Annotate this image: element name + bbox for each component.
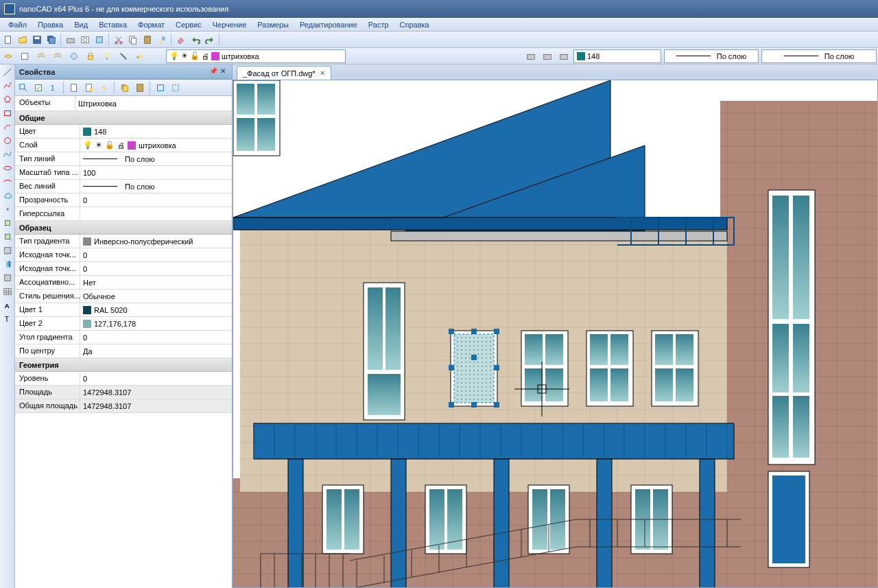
property-value[interactable]: Обычное: [80, 290, 232, 303]
object-type-value[interactable]: Штриховка: [75, 96, 232, 110]
copy2-icon[interactable]: [118, 81, 132, 95]
plot-style3-icon[interactable]: [557, 49, 571, 63]
saveall-icon[interactable]: [45, 33, 58, 47]
property-row[interactable]: Уровень0: [15, 372, 232, 386]
property-value[interactable]: Инверсно-полусферический: [80, 235, 232, 248]
pin-icon[interactable]: 📌: [209, 67, 218, 77]
layer-iso-icon[interactable]: [34, 49, 48, 63]
table-icon[interactable]: [1, 285, 14, 298]
property-row[interactable]: Цвет148: [15, 125, 232, 139]
tab-close-icon[interactable]: ✕: [320, 69, 325, 77]
layer-freeze-icon[interactable]: [67, 49, 81, 63]
matchprop-icon[interactable]: [155, 33, 169, 47]
layer-make-icon[interactable]: [117, 49, 130, 63]
menu-draw[interactable]: Черчение: [207, 19, 252, 30]
mtext-icon[interactable]: A: [1, 299, 14, 311]
close-icon[interactable]: ✕: [218, 67, 228, 77]
ellipse-icon[interactable]: [1, 162, 14, 174]
plot-icon[interactable]: [64, 33, 78, 47]
menu-raster[interactable]: Растр: [363, 19, 394, 30]
insert-icon[interactable]: [1, 231, 14, 243]
property-value[interactable]: 100: [80, 166, 232, 179]
property-row[interactable]: Ассоциативно...Нет: [15, 276, 232, 290]
layer-state-icon[interactable]: [18, 49, 32, 63]
property-value[interactable]: 0: [80, 193, 232, 207]
property-row[interactable]: Масштаб типа ...100: [15, 166, 232, 180]
pline-icon[interactable]: [1, 80, 14, 92]
property-row[interactable]: Угол градиента0: [15, 331, 232, 344]
property-row[interactable]: Вес линий По слою: [15, 180, 232, 193]
property-value[interactable]: По слою: [80, 152, 232, 165]
color-combo[interactable]: 148: [573, 49, 661, 63]
plot-style-icon[interactable]: [524, 49, 538, 63]
menu-format[interactable]: Формат: [132, 19, 170, 30]
erase-icon[interactable]: [174, 33, 188, 47]
block-icon[interactable]: [1, 217, 14, 229]
property-value[interactable]: По слою: [80, 180, 232, 193]
property-value[interactable]: 0: [80, 248, 232, 261]
property-row[interactable]: Прозрачность0: [15, 193, 232, 207]
earc-icon[interactable]: [1, 176, 14, 188]
property-value[interactable]: 0: [80, 331, 232, 344]
expand-icon[interactable]: [154, 81, 167, 95]
property-row[interactable]: Тип линий По слою: [15, 152, 232, 166]
redo-icon[interactable]: [203, 33, 217, 47]
property-row[interactable]: Общая площадь1472948.3107: [15, 399, 232, 413]
cut-icon[interactable]: [112, 33, 126, 47]
text-icon[interactable]: T: [1, 313, 14, 325]
undo-icon[interactable]: [189, 33, 202, 47]
property-row[interactable]: Гиперссылка: [15, 207, 232, 221]
property-value[interactable]: 💡☀🔓🖨штриховка: [80, 139, 232, 152]
menu-edit[interactable]: Правка: [32, 19, 69, 30]
property-value[interactable]: 0: [80, 372, 232, 385]
property-row[interactable]: Стиль решения...Обычное: [15, 290, 232, 303]
property-category[interactable]: Образец: [15, 221, 232, 235]
spline-icon[interactable]: [1, 148, 14, 161]
property-row[interactable]: Исходная точк...0: [15, 262, 232, 276]
property-value[interactable]: 0: [80, 262, 232, 275]
property-row[interactable]: Слой💡☀🔓🖨штриховка: [15, 139, 232, 152]
menu-service[interactable]: Сервис: [170, 19, 207, 30]
menu-file[interactable]: Файл: [3, 19, 32, 30]
save-icon[interactable]: [30, 33, 44, 47]
menu-modify[interactable]: Редактирование: [294, 19, 363, 30]
line-icon[interactable]: [1, 66, 14, 78]
property-value[interactable]: [80, 207, 232, 220]
rect-icon[interactable]: [1, 107, 14, 119]
hatch-icon[interactable]: [1, 244, 14, 257]
property-row[interactable]: По центруДа: [15, 344, 232, 358]
menu-help[interactable]: Справка: [394, 19, 435, 30]
property-value[interactable]: RAL 5020: [80, 303, 232, 316]
layer-off-icon[interactable]: [100, 49, 114, 63]
selectobj2-icon[interactable]: [82, 81, 96, 95]
point-icon[interactable]: [1, 203, 14, 215]
paste-icon[interactable]: [141, 33, 154, 47]
layer-prev-icon[interactable]: [133, 49, 147, 63]
document-tab[interactable]: _Фасад от ОГП.dwg* ✕: [237, 66, 331, 80]
preview-icon[interactable]: [78, 33, 92, 47]
property-row[interactable]: Тип градиентаИнверсно-полусферический: [15, 235, 232, 248]
collapse-icon[interactable]: [169, 81, 182, 95]
gradient-icon[interactable]: [1, 258, 14, 270]
selectobj-icon[interactable]: [67, 81, 81, 95]
property-row[interactable]: Исходная точк...0: [15, 248, 232, 262]
property-value[interactable]: Да: [80, 344, 232, 357]
plot-style2-icon[interactable]: [541, 49, 554, 63]
property-value[interactable]: 148: [80, 125, 232, 138]
property-value[interactable]: 127,176,178: [80, 317, 232, 330]
togglevalue-icon[interactable]: [32, 81, 45, 95]
property-row[interactable]: Площадь1472948.3107: [15, 386, 232, 399]
region-icon[interactable]: [1, 272, 14, 284]
property-value[interactable]: Нет: [80, 276, 232, 289]
flash-icon[interactable]: [97, 81, 111, 95]
property-value[interactable]: 1472948.3107: [80, 386, 232, 399]
layer-combo[interactable]: 💡 ☀ 🔓 🖨 штриховка: [166, 49, 346, 63]
new-icon[interactable]: [1, 33, 15, 47]
quickselect-icon[interactable]: [16, 81, 30, 95]
publish-icon[interactable]: [93, 33, 106, 47]
object-type-row[interactable]: ОбъектыШтриховка: [15, 96, 232, 111]
property-category[interactable]: Общие: [15, 111, 232, 125]
arc-icon[interactable]: [1, 121, 14, 133]
menu-dim[interactable]: Размеры: [252, 19, 294, 30]
circle-icon[interactable]: [1, 134, 14, 147]
